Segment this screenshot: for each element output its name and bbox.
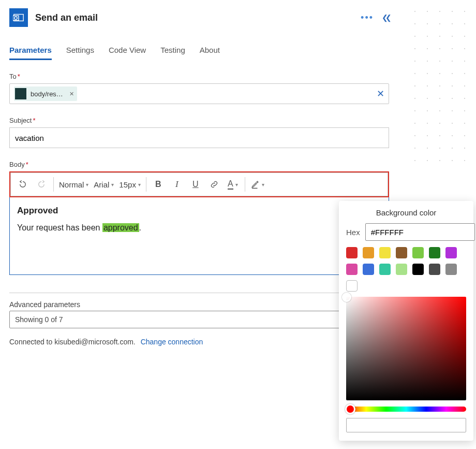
body-highlighted-text: approved bbox=[102, 223, 139, 232]
advanced-parameters-label: Advanced parameters bbox=[9, 300, 389, 309]
hex-label: Hex bbox=[346, 228, 360, 237]
color-swatch[interactable] bbox=[346, 264, 358, 275]
required-asterisk: * bbox=[33, 117, 35, 124]
color-swatch[interactable] bbox=[396, 247, 407, 258]
redo-button[interactable] bbox=[33, 176, 50, 193]
italic-icon: I bbox=[175, 179, 178, 190]
color-popover-title: Background color bbox=[346, 208, 466, 217]
hue-slider[interactable] bbox=[346, 407, 466, 412]
color-swatch[interactable] bbox=[445, 247, 457, 258]
link-button[interactable] bbox=[205, 176, 223, 193]
tab-about[interactable]: About bbox=[200, 46, 220, 60]
chevron-down-icon: ▾ bbox=[262, 182, 264, 187]
gradient-cursor[interactable] bbox=[342, 293, 351, 302]
underline-icon: U bbox=[192, 180, 199, 189]
color-gradient[interactable] bbox=[346, 297, 466, 400]
tab-bar: Parameters Settings Code View Testing Ab… bbox=[9, 46, 389, 60]
format-label: Normal bbox=[59, 180, 84, 189]
tab-parameters[interactable]: Parameters bbox=[9, 46, 52, 60]
more-menu-icon[interactable]: ••• bbox=[361, 12, 374, 23]
to-label: To* bbox=[9, 73, 389, 80]
body-text: Your request has been bbox=[17, 223, 102, 232]
toolbar-separator bbox=[53, 177, 54, 192]
section-divider bbox=[9, 293, 389, 293]
body-label: Body* bbox=[9, 161, 389, 168]
fontsize-dropdown[interactable]: 15px▾ bbox=[117, 176, 143, 193]
clear-to-icon[interactable]: ✕ bbox=[377, 88, 384, 99]
underline-button[interactable]: U bbox=[187, 176, 204, 193]
font-color-icon: A bbox=[228, 179, 233, 190]
canvas-dotgrid bbox=[404, 0, 476, 166]
color-swatch[interactable] bbox=[445, 264, 457, 275]
subject-input[interactable] bbox=[9, 127, 389, 148]
fontsize-label: 15px bbox=[119, 180, 136, 189]
hex-row: Hex bbox=[346, 223, 466, 241]
font-dropdown[interactable]: Arial▾ bbox=[92, 176, 116, 193]
undo-icon bbox=[18, 180, 27, 189]
background-color-popover: Background color Hex bbox=[339, 201, 473, 441]
chevron-down-icon: ▾ bbox=[111, 182, 114, 187]
collapse-icon[interactable]: ❮❮ bbox=[382, 13, 389, 22]
color-result-preview bbox=[346, 418, 466, 432]
to-label-text: To bbox=[9, 73, 17, 80]
font-label: Arial bbox=[94, 180, 109, 189]
to-field[interactable]: body/res… ✕ ✕ bbox=[9, 83, 389, 104]
body-section-highlight: Normal▾ Arial▾ 15px▾ B I U A▾ ▾ bbox=[9, 171, 389, 197]
panel-title: Send an email bbox=[35, 12, 353, 23]
toolbar-separator bbox=[146, 177, 146, 192]
color-swatch[interactable] bbox=[429, 264, 440, 275]
advanced-parameters-dropdown[interactable]: Showing 0 of 7 ▾ bbox=[9, 311, 352, 328]
bold-button[interactable]: B bbox=[150, 176, 167, 193]
body-heading: Approved bbox=[17, 206, 381, 216]
chevron-down-icon: ▾ bbox=[86, 182, 88, 187]
hex-input[interactable] bbox=[365, 223, 475, 241]
advanced-parameters-row: Showing 0 of 7 ▾ Show all bbox=[9, 311, 389, 328]
color-swatch[interactable] bbox=[412, 247, 424, 258]
format-dropdown[interactable]: Normal▾ bbox=[57, 176, 91, 193]
connection-info: Connected to kisubedi@microsoft.com. Cha… bbox=[9, 338, 389, 346]
subject-label-text: Subject bbox=[9, 117, 32, 124]
color-swatch[interactable] bbox=[379, 264, 391, 275]
font-color-dropdown[interactable]: A▾ bbox=[224, 176, 242, 193]
required-asterisk: * bbox=[26, 161, 28, 168]
body-text: . bbox=[139, 223, 141, 232]
bold-icon: B bbox=[155, 180, 161, 189]
color-swatch[interactable] bbox=[412, 264, 424, 275]
color-swatch[interactable] bbox=[379, 247, 391, 258]
redo-icon bbox=[37, 180, 46, 189]
link-icon bbox=[210, 180, 219, 189]
color-swatch[interactable] bbox=[396, 264, 407, 275]
hue-thumb[interactable] bbox=[345, 404, 355, 414]
connection-text: Connected to kisubedi@microsoft.com. bbox=[9, 338, 136, 346]
advanced-selected-text: Showing 0 of 7 bbox=[15, 315, 63, 324]
tab-testing[interactable]: Testing bbox=[160, 46, 185, 60]
required-asterisk: * bbox=[18, 73, 20, 80]
color-swatch[interactable] bbox=[363, 247, 374, 258]
rich-text-toolbar: Normal▾ Arial▾ 15px▾ B I U A▾ ▾ bbox=[10, 172, 388, 196]
tab-settings[interactable]: Settings bbox=[66, 46, 94, 60]
highlight-color-dropdown[interactable]: ▾ bbox=[248, 176, 266, 193]
highlight-icon bbox=[250, 180, 260, 189]
change-connection-link[interactable]: Change connection bbox=[141, 338, 203, 346]
color-swatches bbox=[346, 247, 466, 292]
dynamic-content-icon bbox=[15, 88, 26, 99]
color-swatch[interactable] bbox=[346, 247, 358, 258]
color-swatch-none[interactable] bbox=[346, 280, 358, 292]
toolbar-separator bbox=[245, 177, 245, 192]
chip-remove-icon[interactable]: ✕ bbox=[69, 91, 74, 97]
color-swatch[interactable] bbox=[363, 264, 374, 275]
body-label-text: Body bbox=[9, 161, 25, 168]
body-editor[interactable]: Approved Your request has been approved. bbox=[9, 197, 389, 275]
color-swatch[interactable] bbox=[429, 247, 440, 258]
italic-button[interactable]: I bbox=[168, 176, 186, 193]
header-actions: ••• ❮❮ bbox=[361, 12, 389, 23]
tab-code-view[interactable]: Code View bbox=[109, 46, 146, 60]
subject-label: Subject* bbox=[9, 117, 389, 124]
chip-label: body/res… bbox=[31, 90, 63, 98]
panel-header: Send an email ••• ❮❮ bbox=[9, 8, 389, 27]
outlook-icon bbox=[9, 8, 28, 27]
to-chip[interactable]: body/res… ✕ bbox=[14, 86, 77, 101]
chevron-down-icon: ▾ bbox=[235, 182, 238, 187]
body-paragraph: Your request has been approved. bbox=[17, 223, 381, 233]
undo-button[interactable] bbox=[14, 176, 32, 193]
